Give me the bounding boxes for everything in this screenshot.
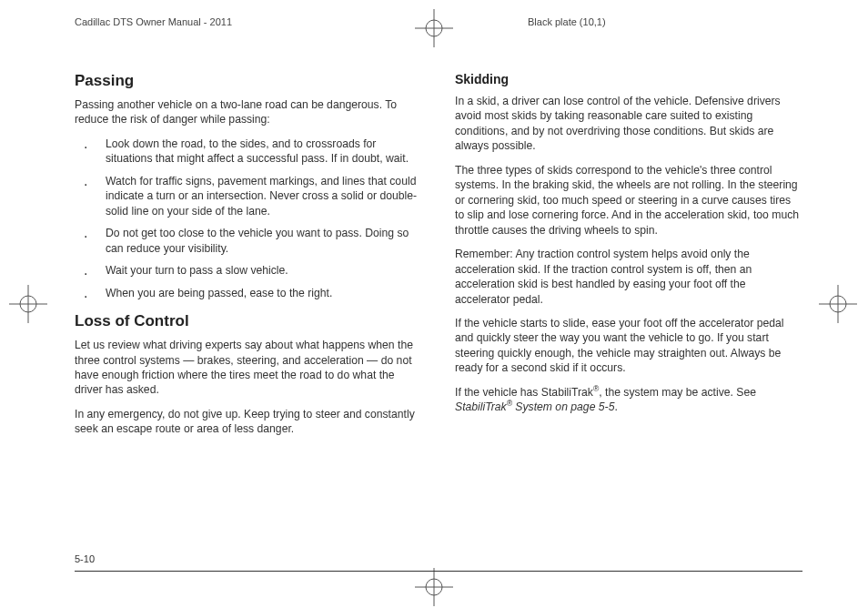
heading-skidding: Skidding	[455, 71, 802, 88]
skidding-p3: Remember: Any traction control system he…	[455, 247, 802, 307]
registration-mark-left-icon	[9, 285, 47, 323]
list-item: Look down the road, to the sides, and to…	[98, 137, 422, 167]
text: If the vehicle has StabiliTrak	[455, 386, 593, 399]
loss-p2: In any emergency, do not give up. Keep t…	[75, 407, 422, 437]
content-columns: Passing Passing another vehicle on a two…	[75, 71, 802, 535]
text: .	[614, 400, 617, 413]
loss-p1: Let us review what driving experts say a…	[75, 338, 422, 398]
column-left: Passing Passing another vehicle on a two…	[75, 71, 422, 535]
registration-mark-top-icon	[415, 9, 453, 47]
heading-loss-of-control: Loss of Control	[75, 311, 422, 332]
heading-passing: Passing	[75, 71, 422, 92]
list-item: Do not get too close to the vehicle you …	[98, 226, 422, 256]
column-right: Skidding In a skid, a driver can lose co…	[455, 71, 802, 535]
header: Cadillac DTS Owner Manual - 2011 Black p…	[0, 16, 868, 42]
header-right-text: Black plate (10,1)	[528, 16, 606, 27]
header-left-text: Cadillac DTS Owner Manual - 2011	[75, 16, 232, 27]
skidding-p2: The three types of skids correspond to t…	[455, 163, 802, 238]
text: , the system may be active. See	[599, 386, 756, 399]
footer: 5-10	[75, 571, 802, 572]
list-item: Watch for traffic signs, pavement markin…	[98, 174, 422, 218]
xref-text: StabiliTrak	[455, 400, 507, 413]
page: Cadillac DTS Owner Manual - 2011 Black p…	[0, 0, 868, 608]
xref-text: System on page 5-5	[512, 400, 614, 413]
passing-intro: Passing another vehicle on a two-lane ro…	[75, 97, 422, 127]
list-item: When you are being passed, ease to the r…	[98, 286, 422, 300]
skidding-p5: If the vehicle has StabiliTrak®, the sys…	[455, 385, 802, 415]
footer-rule	[75, 571, 802, 572]
skidding-p1: In a skid, a driver can lose control of …	[455, 94, 802, 154]
registration-mark-bottom-icon	[415, 568, 453, 606]
skidding-p4: If the vehicle starts to slide, ease you…	[455, 316, 802, 376]
passing-list: Look down the road, to the sides, and to…	[75, 137, 422, 300]
registration-mark-right-icon	[819, 285, 857, 323]
list-item: Wait your turn to pass a slow vehicle.	[98, 263, 422, 278]
page-number: 5-10	[75, 553, 95, 564]
